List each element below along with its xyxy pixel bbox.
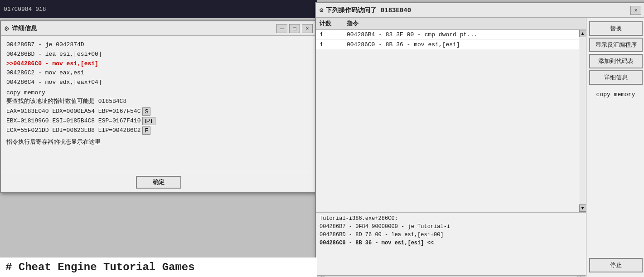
detail-window: ⚙ 详细信息 ─ □ × 004286B7 - je 0042874D00428… (0, 20, 317, 193)
access-close-button[interactable]: × (630, 6, 641, 15)
register-values: ECX=55F021DD EDI=00623E88 EIP=004286C2 (6, 126, 140, 136)
access-body: 计数 指令 1004286B4 - 83 3E 00 - cmp dword p… (316, 18, 644, 277)
disasm-hscroll-track[interactable] (324, 276, 578, 277)
detail-info-button[interactable]: 详细信息 (589, 70, 643, 85)
code-lines: 004286B7 - je 0042874D004286BD - lea esi… (6, 40, 311, 87)
access-title-text: 下列操作码访问了 0183E040 (326, 6, 411, 15)
scroll-track (579, 37, 586, 204)
bg-heading: # Cheat Engine Tutorial Games (5, 261, 312, 273)
access-table-area: 1004286B4 - 83 3E 00 - cmp dword pt...10… (316, 30, 586, 212)
register-values: EBX=01819960 ESI=0185B4C8 ESP=0167F410 (6, 117, 140, 126)
registers-display: EAX=0183E040 EDX=0000EA54 EBP=0167F54CSE… (6, 107, 311, 135)
access-window: ⚙ 下列操作码访问了 0183E040 × 计数 指令 1004286B4 - … (315, 2, 644, 277)
detail-window-controls: ─ □ × (276, 24, 313, 33)
row-count: 1 (320, 41, 347, 48)
disasm-line: 004286BD - 8D 76 00 - lea esi,[esi+00] (320, 231, 582, 239)
register-line: ECX=55F021DD EDI=00623E88 EIP=004286C2F (6, 126, 311, 136)
header-instruction: 指令 (347, 19, 582, 28)
access-disasm: Tutorial-i386.exe+286C0:004286B7 - 0F84 … (316, 212, 586, 275)
register-extra-button[interactable]: S (142, 107, 150, 116)
access-vscroll: ▲ ▼ (579, 30, 586, 212)
register-values: EAX=0183E040 EDX=0000EA54 EBP=0167F54C (6, 107, 140, 117)
access-sidebar: 替换显示反汇编程序添加到代码表详细信息 copy memory 停止 (586, 18, 644, 277)
code-line: 004286B7 - je 0042874D (6, 40, 311, 50)
access-table-body: 1004286B4 - 83 3E 00 - cmp dword pt...10… (316, 30, 579, 50)
access-table-header: 计数 指令 (316, 18, 586, 30)
disasm-scrollbar: ◄ ► (316, 275, 586, 277)
status-hint: 指令执行后寄存器的状态显示在这里 (6, 138, 311, 146)
code-line: 004286C2 - mov eax,esi (6, 68, 311, 78)
detail-copy-memory[interactable]: copy memory (6, 89, 311, 96)
detail-footer: 确定 (1, 172, 316, 192)
disasm-scroll-right[interactable]: ► (578, 276, 585, 277)
scroll-down-arrow[interactable]: ▼ (579, 204, 586, 212)
row-instruction: 004286B4 - 83 3E 00 - cmp dword pt... (347, 31, 575, 38)
header-count: 计数 (320, 19, 347, 28)
access-title-icon: ⚙ (320, 6, 323, 14)
register-line: EAX=0183E040 EDX=0000EA54 EBP=0167F54CS (6, 107, 311, 117)
table-row[interactable]: 1004286C0 - 8B 36 - mov esi,[esi] (316, 40, 579, 50)
access-table-content: 1004286B4 - 83 3E 00 - cmp dword pt...10… (316, 30, 579, 212)
detail-close-button[interactable]: × (302, 24, 313, 33)
detail-title-area: ⚙ 详细信息 (5, 24, 37, 33)
register-extra-button[interactable]: F (142, 126, 150, 135)
add-to-table-button[interactable]: 添加到代码表 (589, 54, 643, 68)
replace-button[interactable]: 替换 (589, 21, 643, 36)
disasm-line: 004286C0 - 8B 36 - mov esi,[esi] << (320, 239, 582, 247)
code-line: 004286C4 - mov edx,[eax+04] (6, 78, 311, 87)
background-code: 017C0984 018 (0, 0, 317, 18)
code-line: 004286BD - lea esi,[esi+00] (6, 50, 311, 59)
code-line: >>004286C0 - mov esi,[esi] (6, 59, 311, 69)
disasm-line: 004286B7 - 0F84 90000000 - je Tutorial-i (320, 223, 582, 231)
disasm-title: Tutorial-i386.exe+286C0: (320, 214, 582, 223)
detail-titlebar: ⚙ 详细信息 ─ □ × (1, 21, 316, 36)
scroll-up-arrow[interactable]: ▲ (579, 30, 586, 37)
sidebar-buttons: 替换显示反汇编程序添加到代码表详细信息 (589, 21, 642, 87)
access-titlebar: ⚙ 下列操作码访问了 0183E040 × (316, 3, 644, 18)
stop-button[interactable]: 停止 (589, 258, 643, 272)
show-disasm-button[interactable]: 显示反汇编程序 (589, 38, 643, 52)
stop-btn-container: 停止 (589, 258, 642, 277)
ok-button[interactable]: 确定 (136, 176, 181, 189)
disasm-scroll-left[interactable]: ◄ (317, 276, 324, 277)
row-count: 1 (320, 31, 347, 38)
register-extra-button[interactable]: IPT (142, 117, 155, 125)
detail-minimize-button[interactable]: ─ (276, 24, 287, 33)
detail-title-icon: ⚙ (5, 24, 9, 33)
row-instruction: 004286C0 - 8B 36 - mov esi,[esi] (347, 41, 575, 48)
access-title-area: ⚙ 下列操作码访问了 0183E040 (320, 6, 411, 15)
access-left-panel: 计数 指令 1004286B4 - 83 3E 00 - cmp dword p… (316, 18, 586, 277)
bg-code-text: 017C0984 018 (4, 6, 46, 13)
register-line: EBX=01819960 ESI=0185B4C8 ESP=0167F410IP… (6, 117, 311, 126)
detail-title-text: 详细信息 (12, 24, 37, 33)
pointer-hint: 要查找的该地址的指针数值可能是 0185B4C8 (6, 97, 311, 105)
table-row[interactable]: 1004286B4 - 83 3E 00 - cmp dword pt... (316, 30, 579, 40)
detail-body: 004286B7 - je 0042874D004286BD - lea esi… (1, 36, 316, 172)
background-bottom: # Cheat Engine Tutorial Games (0, 258, 317, 277)
detail-maximize-button[interactable]: □ (289, 24, 300, 33)
access-copy-memory[interactable]: copy memory (589, 91, 642, 98)
